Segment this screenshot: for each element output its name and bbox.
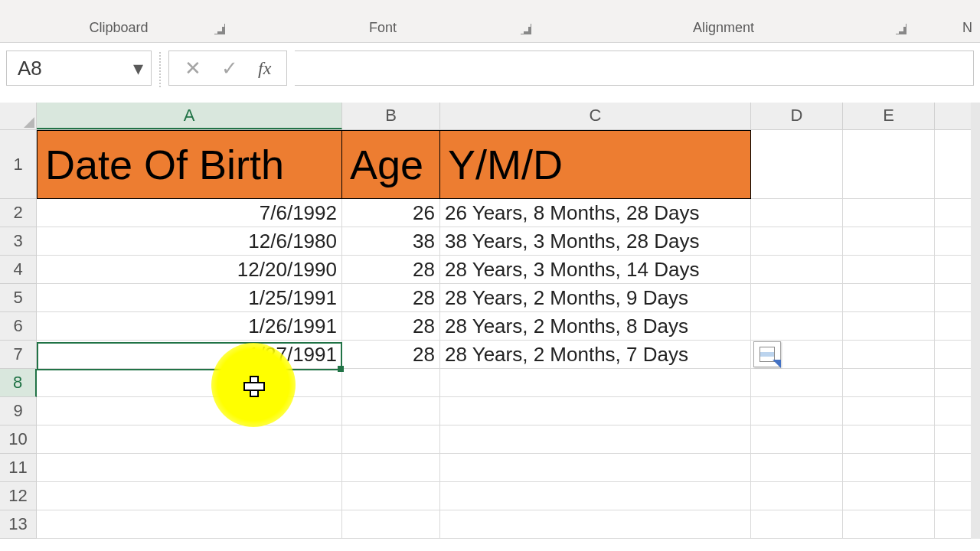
- cell[interactable]: 26: [342, 199, 440, 227]
- dialog-launcher-icon[interactable]: [521, 24, 531, 34]
- row-header-3[interactable]: 3: [0, 227, 37, 256]
- cell[interactable]: [843, 256, 935, 284]
- cell[interactable]: 26 Years, 8 Months, 28 Days: [440, 199, 751, 227]
- column-header-B[interactable]: B: [342, 103, 440, 129]
- row-header-7[interactable]: 7: [0, 341, 37, 369]
- column-header-C[interactable]: C: [440, 103, 751, 129]
- dialog-launcher-icon[interactable]: [896, 24, 906, 34]
- row-header-11[interactable]: 11: [0, 454, 37, 482]
- formula-input[interactable]: [295, 51, 974, 86]
- cell[interactable]: [751, 199, 843, 227]
- cell[interactable]: 28 Years, 3 Months, 14 Days: [440, 256, 751, 284]
- column-header-D[interactable]: D: [751, 103, 843, 129]
- dialog-launcher-icon[interactable]: [214, 24, 225, 34]
- cell[interactable]: [751, 227, 843, 256]
- cell[interactable]: [843, 284, 935, 312]
- cell[interactable]: [751, 369, 843, 397]
- column-header-A[interactable]: A: [37, 103, 342, 129]
- cell[interactable]: [843, 227, 935, 256]
- header-cell-C[interactable]: Y/M/D: [440, 130, 751, 199]
- cell[interactable]: [37, 482, 342, 510]
- ribbon-group-label: N: [962, 20, 972, 35]
- cell[interactable]: [843, 312, 935, 341]
- cell[interactable]: 28: [342, 256, 440, 284]
- cell[interactable]: [37, 454, 342, 482]
- cell[interactable]: [440, 510, 751, 539]
- row-header-8[interactable]: 8: [0, 369, 37, 397]
- cell[interactable]: [342, 425, 440, 454]
- cell[interactable]: [440, 425, 751, 454]
- cell[interactable]: [440, 454, 751, 482]
- cell[interactable]: [751, 312, 843, 341]
- accept-icon[interactable]: ✓: [221, 57, 238, 80]
- table-row: 11: [0, 454, 980, 482]
- cancel-icon[interactable]: ✕: [185, 57, 201, 80]
- cell[interactable]: [843, 341, 935, 369]
- ribbon-group-label: Font: [369, 20, 397, 35]
- cell[interactable]: [37, 510, 342, 539]
- cell[interactable]: [37, 425, 342, 454]
- cell[interactable]: [843, 397, 935, 425]
- cell[interactable]: [440, 482, 751, 510]
- cell[interactable]: 12/20/1990: [37, 256, 342, 284]
- cell[interactable]: [751, 425, 843, 454]
- cell[interactable]: [342, 454, 440, 482]
- cell[interactable]: 28 Years, 2 Months, 9 Days: [440, 284, 751, 312]
- cell[interactable]: [751, 284, 843, 312]
- select-all-button[interactable]: [0, 103, 37, 129]
- worksheet-grid[interactable]: A B C D E 1 Date Of Birth Age Y/M/D 2 7/…: [0, 103, 980, 539]
- table-row: 8: [0, 369, 980, 397]
- cell[interactable]: [843, 510, 935, 539]
- cell[interactable]: [843, 425, 935, 454]
- cell[interactable]: [751, 454, 843, 482]
- column-header-E[interactable]: E: [843, 103, 935, 129]
- cell[interactable]: [843, 454, 935, 482]
- name-box[interactable]: A8 ▾: [6, 51, 152, 86]
- cell[interactable]: 28: [342, 341, 440, 369]
- row-header-9[interactable]: 9: [0, 397, 37, 425]
- cell[interactable]: [843, 369, 935, 397]
- cell[interactable]: [37, 397, 342, 425]
- cell[interactable]: 28: [342, 312, 440, 341]
- cell[interactable]: 1/26/1991: [37, 312, 342, 341]
- row-header-5[interactable]: 5: [0, 284, 37, 312]
- cell[interactable]: 28 Years, 2 Months, 8 Days: [440, 312, 751, 341]
- cell[interactable]: [751, 510, 843, 539]
- row-header-4[interactable]: 4: [0, 256, 37, 284]
- active-cell[interactable]: [37, 369, 342, 397]
- cell[interactable]: 1/25/1991: [37, 284, 342, 312]
- row-header-6[interactable]: 6: [0, 312, 37, 341]
- fx-icon[interactable]: fx: [258, 58, 271, 79]
- cell[interactable]: [843, 482, 935, 510]
- cell[interactable]: 7/6/1992: [37, 199, 342, 227]
- cell[interactable]: 38: [342, 227, 440, 256]
- cell[interactable]: 1/27/1991: [37, 341, 342, 369]
- row-header-10[interactable]: 10: [0, 425, 37, 454]
- row-header-2[interactable]: 2: [0, 199, 37, 227]
- cell[interactable]: [751, 397, 843, 425]
- chevron-down-icon[interactable]: ▾: [133, 57, 143, 80]
- header-cell-B[interactable]: Age: [342, 130, 440, 199]
- row-header-1[interactable]: 1: [0, 130, 37, 199]
- cell[interactable]: [751, 256, 843, 284]
- cell[interactable]: [843, 199, 935, 227]
- cell[interactable]: [342, 397, 440, 425]
- cell[interactable]: 28 Years, 2 Months, 7 Days: [440, 341, 751, 369]
- row-header-12[interactable]: 12: [0, 482, 37, 510]
- cell[interactable]: [342, 369, 440, 397]
- cell[interactable]: [440, 369, 751, 397]
- cell[interactable]: [342, 482, 440, 510]
- cell[interactable]: 38 Years, 3 Months, 28 Days: [440, 227, 751, 256]
- cell[interactable]: 28: [342, 284, 440, 312]
- header-cell-A[interactable]: Date Of Birth: [37, 130, 342, 199]
- cell[interactable]: [751, 482, 843, 510]
- cell[interactable]: [342, 510, 440, 539]
- cell[interactable]: 12/6/1980: [37, 227, 342, 256]
- table-row: 5 1/25/1991 28 28 Years, 2 Months, 9 Day…: [0, 284, 980, 312]
- cell[interactable]: [751, 130, 843, 199]
- autofill-options-button[interactable]: [753, 341, 781, 367]
- cell[interactable]: [843, 130, 935, 199]
- row-header-13[interactable]: 13: [0, 510, 37, 539]
- vertical-scrollbar[interactable]: [971, 103, 980, 539]
- cell[interactable]: [440, 397, 751, 425]
